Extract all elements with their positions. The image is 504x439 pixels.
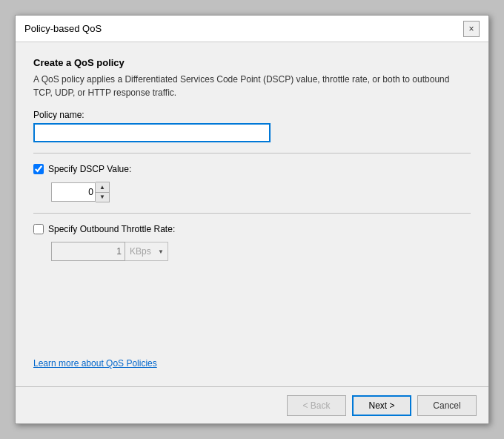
policy-name-input[interactable] — [33, 123, 271, 142]
next-button[interactable]: Next > — [352, 395, 411, 416]
throttle-section: Specify Outbound Throttle Rate: KBps MBp… — [33, 224, 471, 261]
description-text: A QoS policy applies a Differentiated Se… — [33, 73, 471, 99]
throttle-checkbox[interactable] — [33, 224, 44, 234]
back-button[interactable]: < Back — [287, 395, 346, 416]
dscp-checkbox-row: Specify DSCP Value: — [33, 164, 471, 174]
dscp-increment-button[interactable]: ▲ — [96, 182, 109, 192]
content-area: Create a QoS policy A QoS policy applies… — [16, 42, 488, 386]
throttle-checkbox-label[interactable]: Specify Outbound Throttle Rate: — [48, 224, 175, 234]
learn-more-section: Learn more about QoS Policies — [33, 261, 471, 379]
dscp-checkbox[interactable] — [33, 164, 44, 174]
section-title: Create a QoS policy — [33, 57, 471, 68]
divider-1 — [33, 153, 471, 154]
throttle-input-row: KBps MBps GBps — [51, 242, 471, 261]
dscp-section: Specify DSCP Value: ▲ ▼ — [33, 164, 471, 202]
cancel-button[interactable]: Cancel — [417, 395, 477, 416]
throttle-checkbox-row: Specify Outbound Throttle Rate: — [33, 224, 471, 234]
dscp-spinner-buttons: ▲ ▼ — [96, 182, 110, 202]
policy-name-label: Policy name: — [33, 110, 471, 120]
title-bar: Policy-based QoS × — [16, 16, 488, 42]
learn-more-link[interactable]: Learn more about QoS Policies — [33, 358, 157, 369]
dialog-title: Policy-based QoS — [24, 23, 102, 34]
throttle-unit-wrapper: KBps MBps GBps — [125, 242, 168, 261]
throttle-unit-select[interactable]: KBps MBps GBps — [125, 242, 168, 261]
divider-2 — [33, 213, 471, 214]
footer: < Back Next > Cancel — [16, 386, 488, 423]
dscp-checkbox-label[interactable]: Specify DSCP Value: — [48, 164, 131, 174]
close-button[interactable]: × — [463, 21, 480, 37]
dscp-spinner-group: ▲ ▼ — [51, 182, 471, 202]
policy-name-group: Policy name: — [33, 110, 471, 142]
dscp-value-input[interactable] — [51, 182, 96, 202]
throttle-value-input[interactable] — [51, 242, 125, 261]
dscp-decrement-button[interactable]: ▼ — [96, 192, 109, 202]
dialog: Policy-based QoS × Create a QoS policy A… — [15, 15, 489, 424]
